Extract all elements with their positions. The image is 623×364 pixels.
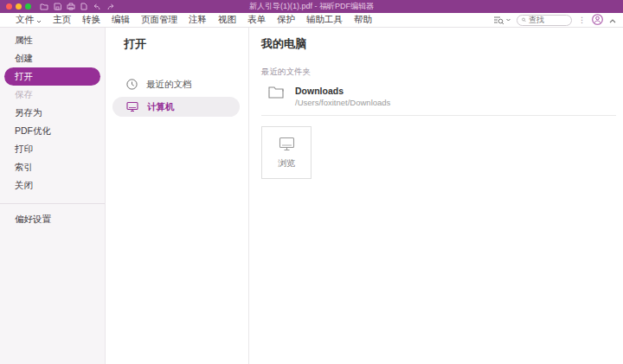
menu-home[interactable]: 主页 bbox=[53, 14, 71, 26]
undo-icon[interactable] bbox=[93, 3, 101, 10]
chevron-up-icon bbox=[609, 19, 616, 23]
open-item-recent-documents[interactable]: 最近的文档 bbox=[106, 74, 248, 94]
menubar: 文件 主页 转换 编辑 页面管理 注释 视图 表单 保护 辅助工具 帮助 ⋮ bbox=[0, 13, 623, 28]
sidebar-item-close[interactable]: 关闭 bbox=[0, 176, 105, 195]
open-panel: 打开 最近的文档 计算机 bbox=[106, 28, 249, 364]
menu-protect[interactable]: 保护 bbox=[277, 14, 295, 26]
menu-file[interactable]: 文件 bbox=[16, 14, 42, 26]
browse-button[interactable]: 浏览 bbox=[261, 126, 312, 179]
open-folder-icon[interactable] bbox=[40, 3, 48, 10]
recent-folder-item-downloads[interactable]: Downloads /Users/foxitnet/Downloads bbox=[261, 86, 616, 107]
folder-info: Downloads /Users/foxitnet/Downloads bbox=[295, 86, 390, 107]
menu-comment[interactable]: 注释 bbox=[189, 14, 207, 26]
menu-form[interactable]: 表单 bbox=[247, 14, 266, 26]
sidebar-item-index[interactable]: 索引 bbox=[0, 158, 105, 176]
computer-icon bbox=[126, 101, 138, 112]
print-icon[interactable] bbox=[67, 3, 75, 10]
menu-edit[interactable]: 编辑 bbox=[112, 14, 130, 26]
close-window-button[interactable] bbox=[6, 3, 12, 10]
menu-page-management[interactable]: 页面管理 bbox=[141, 14, 177, 26]
collapse-ribbon-button[interactable] bbox=[609, 15, 616, 25]
menu-convert[interactable]: 转换 bbox=[82, 14, 100, 26]
recent-folders-label: 最近的文件夹 bbox=[261, 67, 616, 78]
divider bbox=[261, 115, 616, 116]
sidebar-item-print[interactable]: 打印 bbox=[0, 140, 105, 158]
find-replace-button[interactable] bbox=[493, 16, 511, 25]
menu-accessibility-tools[interactable]: 辅助工具 bbox=[306, 14, 343, 26]
menubar-right-controls: ⋮ bbox=[493, 14, 616, 27]
sidebar-item-create[interactable]: 创建 bbox=[0, 49, 105, 67]
open-item-label: 计算机 bbox=[147, 101, 175, 113]
search-icon bbox=[522, 16, 526, 23]
titlebar: 新人引导(1)(1).pdf - 福昕PDF编辑器 bbox=[0, 0, 623, 13]
account-button[interactable] bbox=[592, 14, 603, 27]
minimize-window-button[interactable] bbox=[16, 3, 22, 10]
sidebar-divider bbox=[0, 203, 105, 204]
foxit-pdf-editor-window: 新人引导(1)(1).pdf - 福昕PDF编辑器 文件 主页 转换 编辑 页面… bbox=[0, 0, 623, 364]
zoom-window-button[interactable] bbox=[25, 3, 31, 10]
open-item-label: 最近的文档 bbox=[146, 79, 192, 91]
folder-icon bbox=[268, 86, 285, 99]
open-panel-title: 打开 bbox=[106, 33, 248, 52]
sidebar-item-properties[interactable]: 属性 bbox=[0, 31, 105, 49]
open-location-list: 最近的文档 计算机 bbox=[106, 74, 248, 117]
menu-help[interactable]: 帮助 bbox=[354, 14, 372, 26]
traffic-lights bbox=[6, 3, 31, 10]
quick-access-toolbar bbox=[40, 3, 115, 10]
my-computer-title: 我的电脑 bbox=[261, 36, 616, 52]
chevron-down-icon bbox=[506, 18, 511, 22]
user-avatar-icon bbox=[592, 14, 603, 25]
menu-view[interactable]: 视图 bbox=[218, 14, 236, 26]
browse-label: 浏览 bbox=[278, 157, 295, 169]
more-options-icon[interactable]: ⋮ bbox=[578, 15, 586, 26]
redo-icon[interactable] bbox=[106, 3, 115, 10]
chevron-down-icon bbox=[36, 15, 42, 25]
save-icon[interactable] bbox=[54, 3, 61, 10]
sidebar-item-save-as[interactable]: 另存为 bbox=[0, 104, 105, 122]
sidebar-item-open[interactable]: 打开 bbox=[4, 67, 100, 86]
search-input[interactable] bbox=[529, 16, 567, 24]
new-document-icon[interactable] bbox=[80, 3, 87, 10]
folder-path: /Users/foxitnet/Downloads bbox=[295, 98, 390, 107]
my-computer-panel: 我的电脑 最近的文件夹 Downloads /Users/foxitnet/Do… bbox=[249, 28, 623, 364]
open-item-computer[interactable]: 计算机 bbox=[112, 97, 240, 117]
folder-name: Downloads bbox=[295, 86, 390, 96]
search-box[interactable] bbox=[517, 15, 572, 26]
find-replace-icon bbox=[493, 16, 504, 25]
clock-icon bbox=[126, 79, 138, 90]
file-backstage: 属性 创建 打开 保存 另存为 PDF优化 打印 索引 关闭 偏好设置 打开 最… bbox=[0, 28, 623, 364]
computer-icon bbox=[279, 137, 295, 151]
window-title: 新人引导(1)(1).pdf - 福昕PDF编辑器 bbox=[249, 0, 374, 13]
menu-file-label: 文件 bbox=[16, 14, 34, 26]
sidebar-item-pdf-optimize[interactable]: PDF优化 bbox=[0, 122, 105, 140]
sidebar-item-save[interactable]: 保存 bbox=[0, 86, 105, 104]
file-menu-sidebar: 属性 创建 打开 保存 另存为 PDF优化 打印 索引 关闭 偏好设置 bbox=[0, 28, 106, 364]
sidebar-item-preferences[interactable]: 偏好设置 bbox=[0, 210, 105, 228]
